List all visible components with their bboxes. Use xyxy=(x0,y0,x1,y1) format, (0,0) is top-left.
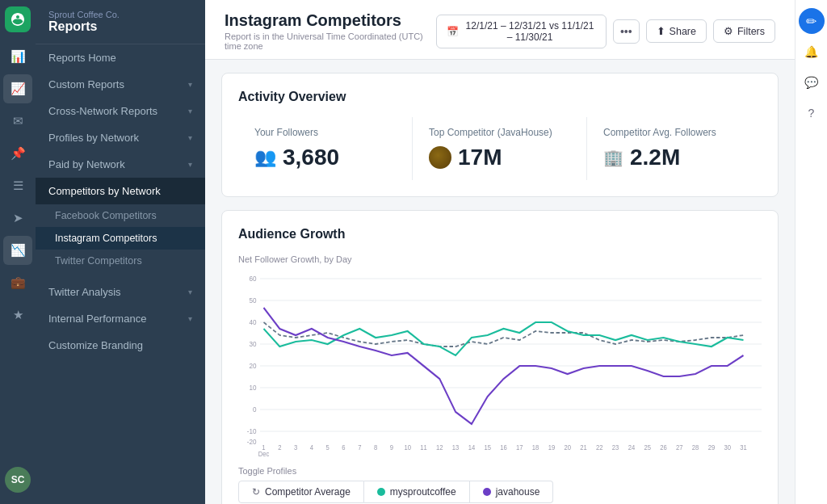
app-logo xyxy=(5,6,31,32)
svg-text:19: 19 xyxy=(548,444,556,452)
svg-text:50: 50 xyxy=(249,296,256,305)
followers-icon: 👥 xyxy=(254,147,276,168)
followers-label: Your Followers xyxy=(254,127,396,138)
sidebar-item-competitors-by-network[interactable]: Competitors by Network xyxy=(36,178,205,204)
nav-chart-icon[interactable]: 📉 xyxy=(3,236,32,265)
svg-text:20: 20 xyxy=(564,444,571,452)
svg-text:7: 7 xyxy=(358,444,362,452)
nav-star-icon[interactable]: ★ xyxy=(3,300,32,330)
filters-button[interactable]: ⚙ Filters xyxy=(713,19,775,43)
page-subtitle: Report is in the Universal Time Coordina… xyxy=(225,32,436,51)
svg-text:25: 25 xyxy=(644,444,651,452)
user-avatar[interactable]: SC xyxy=(5,467,31,493)
messages-button[interactable]: 💬 xyxy=(799,69,825,95)
teal-dot xyxy=(377,488,385,496)
activity-avg-followers-cell: Competitor Avg. Followers 🏢 2.2M xyxy=(587,117,762,180)
competitor-avg-label: Competitor Average xyxy=(265,486,351,498)
sidebar-sub-facebook[interactable]: Facebook Competitors xyxy=(36,204,205,227)
nav-pin-icon[interactable]: 📌 xyxy=(3,139,32,168)
sidebar-item-internal-performance[interactable]: Internal Performance ▾ xyxy=(36,305,205,332)
share-button[interactable]: ⬆ Share xyxy=(646,19,707,43)
svg-text:6: 6 xyxy=(342,444,346,452)
share-icon: ⬆ xyxy=(657,25,665,37)
toggle-mysproutcoffee[interactable]: mysproutcoffee xyxy=(364,481,470,503)
company-name: Sprout Coffee Co. xyxy=(48,10,192,19)
svg-text:26: 26 xyxy=(660,444,667,452)
sidebar-item-cross-network[interactable]: Cross-Network Reports ▾ xyxy=(36,98,205,124)
calendar-icon: 📅 xyxy=(447,26,459,37)
activity-top-competitor-cell: Top Competitor (JavaHouse) 17M xyxy=(413,117,587,180)
sidebar-item-profiles-by-network[interactable]: Profiles by Network ▾ xyxy=(36,124,205,151)
sidebar-item-paid-by-network[interactable]: Paid by Network ▾ xyxy=(36,151,205,178)
svg-text:22: 22 xyxy=(596,444,603,452)
svg-text:8: 8 xyxy=(374,444,378,452)
audience-growth-card: Audience Growth Net Follower Growth, by … xyxy=(221,210,779,504)
svg-text:27: 27 xyxy=(676,444,683,452)
svg-text:10: 10 xyxy=(249,384,256,393)
nav-compose-icon[interactable]: ✉ xyxy=(3,107,32,136)
right-rail: ✏ 🔔 💬 ? xyxy=(795,0,827,504)
notifications-button[interactable]: 🔔 xyxy=(799,39,825,65)
nav-active-icon[interactable]: 📈 xyxy=(3,74,32,103)
svg-text:24: 24 xyxy=(628,444,636,452)
svg-text:31: 31 xyxy=(740,444,747,452)
more-options-button[interactable]: ••• xyxy=(613,19,640,44)
sidebar-item-reports-home[interactable]: Reports Home xyxy=(36,44,205,71)
edit-button[interactable]: ✏ xyxy=(799,8,825,34)
scrollable-content[interactable]: Activity Overview Your Followers 👥 3,680… xyxy=(205,60,795,504)
svg-text:28: 28 xyxy=(692,444,699,452)
section-title: Reports xyxy=(48,19,192,34)
help-button[interactable]: ? xyxy=(799,100,825,126)
profiles-label: Profiles by Network xyxy=(48,132,139,144)
sidebar-sub-twitter[interactable]: Twitter Competitors xyxy=(36,250,205,272)
chevron-icon: ▾ xyxy=(188,107,192,116)
svg-text:15: 15 xyxy=(484,444,491,452)
competitor-avatar xyxy=(429,146,451,169)
avg-followers-value: 🏢 2.2M xyxy=(603,145,745,170)
date-range-button[interactable]: 📅 12/1/21 – 12/31/21 vs 11/1/21 – 11/30/… xyxy=(436,15,607,48)
sidebar-item-twitter-analysis[interactable]: Twitter Analysis ▾ xyxy=(36,279,205,305)
avg-followers-number: 2.2M xyxy=(630,145,680,170)
sidebar-sub-instagram[interactable]: Instagram Competitors xyxy=(36,227,205,250)
chevron-icon: ▾ xyxy=(188,288,192,296)
nav-list-icon[interactable]: ☰ xyxy=(3,171,32,200)
chevron-icon: ▾ xyxy=(188,314,192,323)
svg-text:0: 0 xyxy=(253,405,257,414)
chart-area: 60 50 40 30 20 10 0 -10 -20 1 xyxy=(238,271,762,456)
sidebar-item-custom-reports[interactable]: Custom Reports ▾ xyxy=(36,71,205,98)
activity-overview-card: Activity Overview Your Followers 👥 3,680… xyxy=(221,73,779,197)
filters-icon: ⚙ xyxy=(724,25,733,37)
followers-number: 3,680 xyxy=(283,145,339,170)
svg-text:40: 40 xyxy=(249,318,256,327)
nav-briefcase-icon[interactable]: 💼 xyxy=(3,268,32,297)
svg-text:-10: -10 xyxy=(247,427,257,436)
chevron-icon: ▾ xyxy=(188,80,192,89)
svg-text:13: 13 xyxy=(452,444,460,452)
svg-text:2: 2 xyxy=(278,444,282,452)
svg-text:10: 10 xyxy=(404,444,411,452)
audience-growth-chart: 60 50 40 30 20 10 0 -10 -20 1 xyxy=(238,271,762,456)
toggle-javahouse[interactable]: javahouse xyxy=(470,481,554,503)
page-header: Instagram Competitors Report is in the U… xyxy=(205,0,795,60)
customize-branding-label: Customize Branding xyxy=(48,339,143,351)
svg-text:29: 29 xyxy=(708,444,716,452)
date-range-text: 12/1/21 – 12/31/21 vs 11/1/21 – 11/30/21 xyxy=(464,20,596,43)
internal-performance-label: Internal Performance xyxy=(48,313,146,325)
avg-followers-label: Competitor Avg. Followers xyxy=(603,127,745,138)
nav-send-icon[interactable]: ➤ xyxy=(3,204,32,233)
svg-text:17: 17 xyxy=(516,444,523,452)
mysproutcoffee-label: mysproutcoffee xyxy=(390,486,456,498)
svg-text:3: 3 xyxy=(294,444,298,452)
main-content-area: Instagram Competitors Report is in the U… xyxy=(205,0,795,504)
svg-text:30: 30 xyxy=(249,340,256,349)
top-competitor-label: Top Competitor (JavaHouse) xyxy=(429,127,570,138)
svg-text:Dec: Dec xyxy=(258,451,270,456)
sidebar-item-customize-branding[interactable]: Customize Branding xyxy=(36,332,205,359)
sidebar: Sprout Coffee Co. Reports Reports Home C… xyxy=(36,0,205,504)
followers-value: 👥 3,680 xyxy=(254,145,396,170)
toggle-competitor-avg[interactable]: ↻ Competitor Average xyxy=(238,481,364,503)
nav-reports-icon[interactable]: 📊 xyxy=(3,42,32,71)
svg-text:30: 30 xyxy=(724,444,731,452)
svg-text:11: 11 xyxy=(420,444,427,452)
chevron-icon: ▾ xyxy=(188,160,192,169)
